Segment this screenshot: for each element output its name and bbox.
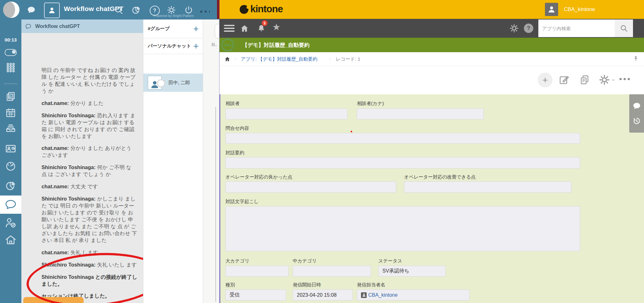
record-side-dock — [629, 94, 644, 133]
status-indicator — [157, 79, 165, 87]
sidebar-item-documents[interactable] — [0, 89, 21, 104]
chevron-right-icon — [233, 57, 238, 62]
chat-message: Shinichiro Toshinaga: 恐れ入ります また 新しい 電源 ケ… — [42, 112, 138, 140]
menu-hamburger-icon[interactable] — [224, 25, 235, 32]
home-icon[interactable] — [225, 56, 230, 62]
search-input[interactable] — [538, 19, 615, 37]
screen: Workflow chatGPT Powered by Bright Patte… — [0, 0, 644, 303]
field-label-category-large: 大カテゴリ — [225, 258, 249, 264]
chat-bubble-icon[interactable] — [27, 6, 36, 14]
field-label-transcript: 対話文字起こし — [225, 199, 259, 205]
stats-icon[interactable] — [131, 5, 141, 15]
field-status: SV承認待ち — [378, 266, 446, 277]
kintone-logo-mark — [240, 5, 248, 14]
field-label-improve-points: オペレーター対応の改善できる点 — [404, 174, 476, 180]
portal-home-icon[interactable] — [240, 24, 249, 33]
roster-section-groups: #グループ — [143, 19, 203, 38]
add-personal-chat-button[interactable] — [193, 41, 199, 51]
sidebar-item-chat-active[interactable] — [0, 196, 21, 214]
power-icon[interactable] — [184, 5, 193, 15]
field-category-mid — [293, 266, 371, 277]
record-settings-gear-icon[interactable] — [599, 74, 610, 85]
chat-bubble-icon — [25, 23, 31, 30]
inbox-tray-icon — [5, 122, 16, 134]
person-icon — [547, 5, 556, 14]
field-consult — [225, 108, 347, 119]
kintone-header: kintone CBA_kintone — [219, 0, 644, 19]
sidebar-item-agents[interactable] — [0, 216, 21, 230]
breadcrumb: アプリ: 【デモ】対話履歴_自動要約 レコード: 1 — [219, 52, 644, 66]
groups-label: #グループ — [148, 26, 193, 32]
agent-user-link[interactable]: CBA_kintone — [368, 292, 397, 298]
window-edge — [217, 0, 219, 19]
field-category-large — [225, 266, 289, 277]
app-settings-gear-icon[interactable] — [509, 24, 519, 33]
chat-message: Shinichiro Toshinaga: 何か ご不明 な 点 は ございます… — [42, 164, 138, 178]
add-group-button[interactable] — [193, 24, 199, 34]
chat-message: chat.name: 分かり ました ありがとう ございます — [42, 145, 138, 159]
agent-chip: CBA_kintone — [361, 292, 397, 298]
sidebar-item-home[interactable] — [0, 233, 21, 247]
sidebar-item-reports[interactable] — [0, 179, 21, 193]
documents-icon — [5, 91, 16, 102]
search-button[interactable] — [615, 19, 633, 37]
sidebar-item-inbox[interactable] — [0, 121, 21, 135]
bp-sidebar: 00:13 — [0, 19, 21, 303]
bp-topbar: Workflow chatGPT Powered by Bright Patte… — [0, 0, 220, 19]
contact-row-selected[interactable]: 田中, 二郎 — [143, 74, 203, 92]
sidebar-item-availability-toggle[interactable] — [0, 45, 21, 60]
user-avatar — [545, 3, 558, 16]
user-menu[interactable]: CBA_kintone — [545, 3, 644, 16]
speedometer-icon — [5, 161, 16, 172]
chat-message: 明日 の 午前中 ですね お届け の 案内 故障 した ルーター と 付属 の … — [42, 67, 138, 95]
field-good-points — [225, 181, 396, 193]
chat-message: chat.name: 大丈夫 です — [42, 183, 138, 190]
field-label-start-datetime: 発信開始日時 — [293, 282, 321, 288]
agent-avatar[interactable] — [3, 2, 19, 18]
field-inquiry — [225, 133, 580, 144]
sidebar-item-dashboard[interactable] — [0, 159, 21, 174]
user-name: CBA_kintone — [564, 6, 595, 13]
contact-card-icon[interactable] — [44, 3, 60, 18]
type-value: 受信 — [230, 292, 240, 298]
add-record-button[interactable] — [538, 73, 552, 87]
search-icon[interactable] — [114, 5, 123, 15]
sidebar-item-dialpad[interactable] — [0, 60, 21, 75]
help-icon[interactable] — [524, 24, 533, 33]
kintone-logo[interactable]: kintone — [250, 3, 283, 15]
dialpad-icon — [5, 62, 16, 73]
field-improve-points — [404, 181, 571, 193]
sidebar-item-contacts[interactable] — [0, 141, 21, 156]
chat-message: Shinichiro Toshinaga: かしこまり ました では 明日 の … — [42, 196, 138, 244]
record-actions — [219, 66, 644, 94]
status-value: SV承認待ち — [382, 268, 409, 274]
chat-bubble-icon — [0, 197, 21, 212]
field-agent-name: CBA_kintone — [357, 289, 469, 300]
breadcrumb-app-link[interactable]: アプリ: 【デモ】対話履歴_自動要約 — [241, 56, 317, 62]
field-summary — [225, 157, 580, 168]
chevron-down-icon — [611, 78, 615, 82]
duplicate-record-icon[interactable] — [579, 74, 590, 85]
settings-gear-icon[interactable] — [167, 5, 176, 15]
field-label-consult-kana: 相談者(カナ) — [357, 101, 384, 107]
chevron-right-icon — [328, 57, 332, 62]
contact-card-icon — [5, 143, 17, 155]
chat-panel-header: Workflow chatGPT — [21, 19, 143, 33]
comments-bubble-icon[interactable] — [633, 102, 641, 110]
favorites-star-icon[interactable] — [272, 23, 280, 32]
change-history-icon[interactable] — [633, 117, 641, 125]
field-label-category-mid: 中カテゴリ — [293, 258, 317, 264]
field-start-datetime: 2023-04-20 15:08 — [293, 289, 353, 300]
background-label: 日.. — [211, 42, 217, 47]
field-label-status: ステータス — [378, 258, 402, 264]
field-transcript — [225, 206, 580, 251]
edit-record-icon[interactable] — [558, 74, 570, 85]
more-options-icon[interactable] — [619, 78, 630, 80]
person-check-icon — [5, 217, 17, 229]
sidebar-item-calendar[interactable] — [0, 106, 21, 120]
pin-icon[interactable] — [633, 56, 639, 62]
session-timer: 00:13 — [0, 37, 21, 42]
kintone-toolbar: 5 — [219, 19, 644, 38]
breadcrumb-record: レコード: 1 — [336, 56, 360, 62]
window-scrollbar[interactable] — [215, 107, 216, 302]
